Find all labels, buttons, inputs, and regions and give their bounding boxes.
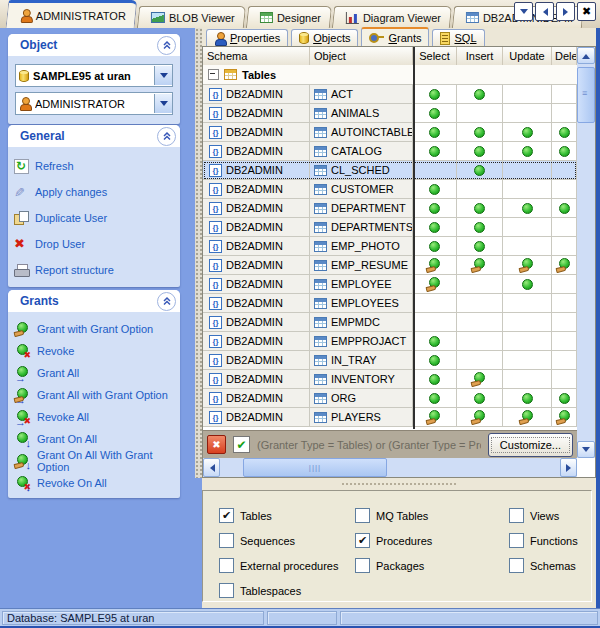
column-header-update[interactable]: Update bbox=[503, 47, 552, 65]
grant-cell-delete[interactable] bbox=[552, 408, 577, 426]
table-row[interactable]: {}DB2ADMINEMP_RESUME bbox=[203, 256, 577, 275]
schema-cell[interactable]: {}DB2ADMIN bbox=[203, 237, 310, 255]
horizontal-scroll-thumb[interactable]: |||| bbox=[243, 458, 387, 477]
object-cell[interactable]: EMPLOYEE bbox=[310, 275, 413, 293]
object-cell[interactable]: EMP_PHOTO bbox=[310, 237, 413, 255]
grant-cell-insert[interactable] bbox=[457, 408, 503, 426]
grant-cell-select[interactable] bbox=[413, 142, 457, 160]
user-combo[interactable]: ADMINISTRATOR bbox=[15, 92, 173, 115]
grant-cell-update[interactable] bbox=[503, 275, 552, 293]
object-cell[interactable]: CATALOG bbox=[310, 142, 413, 160]
grant-cell-update[interactable] bbox=[503, 370, 552, 388]
object-cell[interactable]: ANIMALS bbox=[310, 104, 413, 122]
grant-cell-update[interactable] bbox=[503, 256, 552, 274]
collapse-chevron-icon[interactable] bbox=[157, 127, 176, 146]
grant-cell-select[interactable] bbox=[413, 332, 457, 350]
column-header-select[interactable]: Select bbox=[413, 47, 457, 65]
table-row[interactable]: {}DB2ADMINCATALOG bbox=[203, 142, 577, 161]
tab-list-button[interactable] bbox=[514, 2, 533, 21]
schema-cell[interactable]: {}DB2ADMIN bbox=[203, 104, 310, 122]
grant-cell-delete[interactable] bbox=[552, 199, 577, 217]
checkbox-views[interactable]: Views bbox=[509, 503, 591, 528]
prev-tab-button[interactable] bbox=[535, 2, 554, 21]
object-cell[interactable]: IN_TRAY bbox=[310, 351, 413, 369]
grant-cell-delete[interactable] bbox=[552, 313, 577, 331]
schema-cell[interactable]: {}DB2ADMIN bbox=[203, 142, 310, 160]
schema-cell[interactable]: {}DB2ADMIN bbox=[203, 123, 310, 141]
grant-cell-insert[interactable] bbox=[457, 351, 503, 369]
grant-cell-delete[interactable] bbox=[552, 218, 577, 236]
schema-cell[interactable]: {}DB2ADMIN bbox=[203, 218, 310, 236]
table-row[interactable]: {}DB2ADMINCL_SCHED bbox=[203, 161, 577, 180]
group-row-tables[interactable]: Tables bbox=[203, 65, 577, 85]
grant-cell-select[interactable] bbox=[413, 294, 457, 312]
grant-cell-delete[interactable] bbox=[552, 256, 577, 274]
table-row[interactable]: {}DB2ADMINCUSTOMER bbox=[203, 180, 577, 199]
checkbox-functions[interactable]: Functions bbox=[509, 528, 591, 553]
filter-checkbox[interactable]: ✔ bbox=[233, 436, 250, 453]
grant-cell-update[interactable] bbox=[503, 294, 552, 312]
checkbox-packages[interactable]: Packages bbox=[355, 553, 509, 578]
grant-cell-insert[interactable] bbox=[457, 199, 503, 217]
sidebar-item-revoke[interactable]: ✖Revoke bbox=[14, 340, 180, 362]
table-row[interactable]: {}DB2ADMINEMPMDC bbox=[203, 313, 577, 332]
grant-cell-select[interactable] bbox=[413, 85, 457, 103]
horizontal-scrollbar[interactable]: |||| bbox=[203, 458, 577, 477]
grant-cell-delete[interactable] bbox=[552, 275, 577, 293]
sidebar-item-drop-user[interactable]: Drop User bbox=[14, 231, 180, 257]
grant-cell-update[interactable] bbox=[503, 85, 552, 103]
checkbox-box-icon[interactable] bbox=[509, 508, 524, 523]
grant-cell-insert[interactable] bbox=[457, 332, 503, 350]
object-cell[interactable]: ACT bbox=[310, 85, 413, 103]
grant-cell-delete[interactable] bbox=[552, 332, 577, 350]
grant-cell-insert[interactable] bbox=[457, 85, 503, 103]
table-row[interactable]: {}DB2ADMINPLAYERS bbox=[203, 408, 577, 427]
checkbox-box-icon[interactable] bbox=[355, 508, 370, 523]
vertical-scroll-thumb[interactable] bbox=[577, 67, 595, 123]
database-combo[interactable]: SAMPLE95 at uran bbox=[15, 64, 173, 87]
combo-arrow-icon[interactable] bbox=[154, 94, 172, 113]
vertical-scrollbar[interactable] bbox=[577, 47, 595, 458]
object-cell[interactable]: AUTOINCTABLE bbox=[310, 123, 413, 141]
column-header-insert[interactable]: Insert bbox=[457, 47, 503, 65]
table-row[interactable]: {}DB2ADMINDEPARTMENT bbox=[203, 199, 577, 218]
schema-cell[interactable]: {}DB2ADMIN bbox=[203, 332, 310, 350]
checkbox-tables[interactable]: ✔Tables bbox=[219, 503, 355, 528]
grant-cell-update[interactable] bbox=[503, 351, 552, 369]
checkbox-schemas[interactable]: Schemas bbox=[509, 553, 591, 578]
checkbox-procedures[interactable]: ✔Procedures bbox=[355, 528, 509, 553]
schema-cell[interactable]: {}DB2ADMIN bbox=[203, 199, 310, 217]
grant-cell-insert[interactable] bbox=[457, 256, 503, 274]
grant-cell-select[interactable] bbox=[413, 237, 457, 255]
schema-cell[interactable]: {}DB2ADMIN bbox=[203, 313, 310, 331]
table-row[interactable]: {}DB2ADMINDEPARTMENTS bbox=[203, 218, 577, 237]
grant-cell-insert[interactable] bbox=[457, 275, 503, 293]
grant-cell-update[interactable] bbox=[503, 142, 552, 160]
grant-cell-select[interactable] bbox=[413, 256, 457, 274]
grant-cell-update[interactable] bbox=[503, 123, 552, 141]
checkbox-box-icon[interactable]: ✔ bbox=[219, 508, 234, 523]
table-row[interactable]: {}DB2ADMININ_TRAY bbox=[203, 351, 577, 370]
grant-cell-select[interactable] bbox=[413, 218, 457, 236]
grant-cell-insert[interactable] bbox=[457, 142, 503, 160]
sidebar-splitter[interactable] bbox=[195, 28, 202, 478]
grant-cell-insert[interactable] bbox=[457, 313, 503, 331]
table-row[interactable]: {}DB2ADMINEMPPROJACT bbox=[203, 332, 577, 351]
grant-cell-delete[interactable] bbox=[552, 294, 577, 312]
object-cell[interactable]: CUSTOMER bbox=[310, 180, 413, 198]
grant-cell-select[interactable] bbox=[413, 313, 457, 331]
grant-cell-delete[interactable] bbox=[552, 237, 577, 255]
grant-cell-select[interactable] bbox=[413, 180, 457, 198]
table-row[interactable]: {}DB2ADMINEMPLOYEES bbox=[203, 294, 577, 313]
grant-cell-insert[interactable] bbox=[457, 180, 503, 198]
object-cell[interactable]: ORG bbox=[310, 389, 413, 407]
schema-cell[interactable]: {}DB2ADMIN bbox=[203, 294, 310, 312]
scroll-up-button[interactable] bbox=[577, 47, 595, 64]
grant-cell-delete[interactable] bbox=[552, 142, 577, 160]
object-cell[interactable]: INVENTORY bbox=[310, 370, 413, 388]
grant-cell-select[interactable] bbox=[413, 408, 457, 426]
grant-cell-update[interactable] bbox=[503, 180, 552, 198]
checkbox-mq-tables[interactable]: MQ Tables bbox=[355, 503, 509, 528]
table-row[interactable]: {}DB2ADMININVENTORY bbox=[203, 370, 577, 389]
tab-diagram-viewer[interactable]: Diagram Viewer bbox=[332, 6, 452, 28]
